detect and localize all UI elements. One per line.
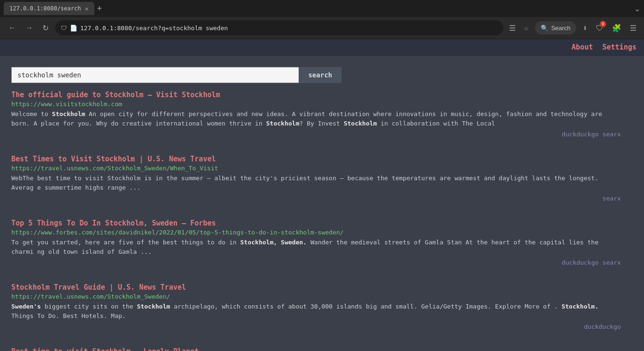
result-url[interactable]: https://www.forbes.com/sites/davidnikel/… [11, 229, 621, 236]
search-button[interactable]: search [299, 67, 342, 83]
browser-chrome: 127.0.0.1:8080/search × + ⌄ ← → ↻ 🛡 📄 ☰ … [0, 0, 644, 39]
result-title[interactable]: Best time to visit Stockholm – Lonely Pl… [11, 347, 621, 351]
result-snippet: WebThe best time to visit Stockholm is i… [11, 174, 621, 192]
result-title[interactable]: Best Times to Visit Stockholm | U.S. New… [11, 155, 621, 163]
result-sources: duckduckgosearx [11, 259, 621, 266]
tab-close-icon[interactable]: × [85, 5, 89, 12]
search-input[interactable] [11, 67, 299, 83]
result-url[interactable]: https://www.visitstockholm.com [11, 100, 621, 108]
result-item: Best Times to Visit Stockholm | U.S. New… [11, 155, 621, 206]
result-sources: duckduckgosearx [11, 131, 621, 138]
source-link[interactable]: duckduckgo [584, 323, 621, 330]
tab-bar: 127.0.0.1:8080/search × + ⌄ [0, 0, 644, 17]
new-tab-button[interactable]: + [97, 4, 102, 14]
result-snippet: To get you started, here are five of the… [11, 238, 621, 256]
settings-link[interactable]: Settings [602, 43, 636, 51]
result-url[interactable]: https://travel.usnews.com/Stockholm_Swed… [11, 293, 621, 300]
results-container: The official guide to Stockholm – Visit … [0, 91, 632, 351]
result-sources: duckduckgo [11, 323, 621, 330]
result-item: The official guide to Stockholm – Visit … [11, 91, 621, 142]
active-tab[interactable]: 127.0.0.1:8080/search × [4, 2, 94, 15]
search-magnifier-icon: 🔍 [541, 25, 548, 32]
page-info-icon: 📄 [70, 25, 77, 32]
source-link[interactable]: duckduckgo [562, 259, 599, 266]
source-link[interactable]: duckduckgo [562, 131, 599, 138]
result-item: Best time to visit Stockholm – Lonely Pl… [11, 347, 621, 351]
nav-right-icons: ☰ ☆ 🔍 Search ⬇ 🛡 9 🧩 ☰ [507, 21, 638, 34]
search-form: search [11, 67, 342, 83]
result-url[interactable]: https://travel.usnews.com/Stockholm_Swed… [11, 165, 621, 172]
ublock-badge: 9 [600, 21, 606, 27]
forward-button[interactable]: → [23, 22, 36, 34]
result-sources: searx [11, 195, 621, 202]
nav-bar: ← → ↻ 🛡 📄 ☰ ☆ 🔍 Search ⬇ 🛡 9 🧩 ☰ [0, 17, 644, 39]
browser-search-label: Search [551, 25, 570, 32]
source-link[interactable]: searx [602, 195, 621, 202]
tab-title: 127.0.0.1:8080/search [9, 5, 81, 12]
browser-search-button[interactable]: 🔍 Search [535, 21, 576, 34]
download-icon[interactable]: ⬇ [581, 22, 589, 34]
bookmark-icon[interactable]: ☆ [522, 22, 531, 34]
tab-collapse-button[interactable]: ⌄ [634, 4, 640, 13]
ublock-icon[interactable]: 🛡 9 [594, 22, 605, 34]
result-title[interactable]: The official guide to Stockholm – Visit … [11, 91, 621, 99]
result-title[interactable]: Top 5 Things To Do In Stockholm, Sweden … [11, 219, 621, 227]
pocket-icon[interactable]: ☰ [507, 22, 518, 34]
result-title[interactable]: Stockholm Travel Guide | U.S. News Trave… [11, 283, 621, 292]
security-icon: 🛡 [61, 25, 67, 32]
address-bar-container[interactable]: 🛡 📄 [55, 20, 503, 35]
source-link[interactable]: searx [602, 131, 621, 138]
back-button[interactable]: ← [6, 22, 19, 34]
about-link[interactable]: About [572, 43, 593, 51]
search-section: search [0, 56, 644, 91]
app-header: About Settings [0, 39, 644, 56]
result-item: Top 5 Things To Do In Stockholm, Sweden … [11, 219, 621, 270]
source-link[interactable]: searx [602, 259, 621, 266]
extensions-icon[interactable]: 🧩 [610, 22, 623, 34]
menu-icon[interactable]: ☰ [628, 22, 638, 34]
address-bar-input[interactable] [80, 25, 498, 32]
result-snippet: Sweden's biggest city sits on the Stockh… [11, 302, 621, 320]
reload-button[interactable]: ↻ [40, 22, 51, 34]
result-item: Stockholm Travel Guide | U.S. News Trave… [11, 283, 621, 334]
result-snippet: Welcome to Stockholm An open city for di… [11, 109, 621, 128]
